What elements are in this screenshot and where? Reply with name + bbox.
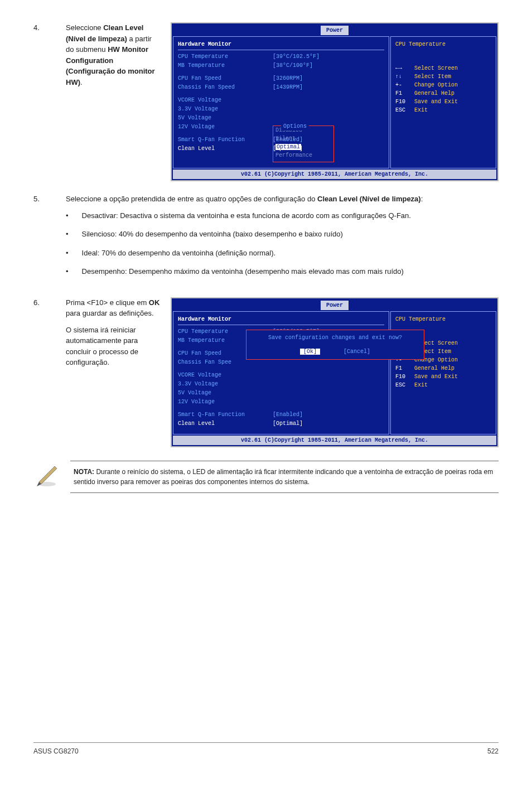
key-hint: F10Save and Exit [395, 373, 491, 381]
step-4: 4. Seleccione Clean Level (Nível de limp… [33, 22, 499, 181]
key-hint: F10Save and Exit [395, 98, 491, 106]
step-6-text: Prima <F10> e clique em OK para guardar … [66, 297, 161, 447]
note-box: NOTA: Durante o reinício do sistema, o L… [70, 461, 499, 493]
bios-line: 5V Voltage [178, 389, 384, 397]
step-5-body: Seleccione a opção pretendida de entre a… [66, 194, 499, 285]
options-legend: Options [281, 122, 309, 131]
bios-left-panel: Hardware Monitor CPU Temperature[39°C/10… [173, 311, 389, 434]
bios-footer: v02.61 (C)Copyright 1985-2011, American … [173, 436, 496, 445]
text: : [421, 195, 423, 203]
bios-line: MB Temperature[38°C/100°F] [178, 61, 384, 70]
bios-save-dialog: Save configuration changes and exit now?… [246, 330, 424, 360]
bios-line: VCORE Voltage [178, 371, 384, 379]
bios-screenshot-2: Power Hardware Monitor CPU Temperature[3… [171, 297, 499, 447]
bios-left-panel: Hardware Monitor CPU Temperature[39°C/10… [173, 36, 389, 168]
key-hint: +-Change Option [395, 81, 491, 89]
key-hint: F1General Help [395, 364, 491, 373]
step-number: 6. [33, 297, 56, 447]
step-number: 5. [33, 194, 56, 285]
key-hint: ESCExit [395, 381, 491, 389]
bios-line: Clean Level[Optimal] [178, 419, 384, 428]
text: Seleccione [66, 23, 103, 32]
bios-line: Smart Q-Fan Function[Enabled] [178, 410, 384, 419]
text: Prima <F10> e clique em [66, 298, 149, 307]
bold-text: Clean Level (Nível de limpeza) [317, 195, 421, 203]
pencil-note-icon [33, 461, 60, 487]
step-5: 5. Seleccione a opção pretendida de entr… [33, 194, 499, 285]
bios-line: Chassis Fan Speed[1439RPM] [178, 83, 384, 91]
bios-right-title: CPU Temperature [395, 315, 491, 323]
bios-tab-row: Power [172, 298, 497, 310]
bios-line: CPU Fan Speed[3260RPM] [178, 74, 384, 83]
text: para guardar as definições. [66, 309, 154, 317]
key-hint: Select Item [395, 73, 491, 81]
bullet-item: Desactivar: Desactiva o sistema da vento… [66, 210, 499, 221]
footer-left: ASUS CG8270 [33, 746, 79, 756]
bios-line: 12V Voltage [178, 398, 384, 406]
bold-text: OK [149, 298, 160, 307]
bios-key-hints: Select ScreenSelect Item+-Change OptionF… [395, 64, 491, 114]
note-label: NOTA: [74, 468, 94, 476]
bios-line: 3.3V Voltage [178, 105, 384, 113]
option-item: Silent [275, 134, 331, 143]
dialog-ok-button: [Ok] [300, 349, 320, 355]
bios-line: VCORE Voltage [178, 96, 384, 104]
bullet-item: Desempenho: Desempenho máximo da ventoin… [66, 266, 499, 277]
bios-heading: Hardware Monitor [178, 40, 384, 50]
page-footer: ASUS CG8270 522 [33, 742, 499, 756]
option-item: Performance [275, 151, 331, 160]
bios-footer: v02.61 (C)Copyright 1985-2011, American … [173, 170, 496, 179]
step-4-text: Seleccione Clean Level (Nível de limpeza… [66, 22, 161, 181]
text: O sistema irá reiniciar automaticamente … [66, 325, 161, 368]
bios-tab-row: Power [172, 23, 497, 35]
text: . [80, 78, 83, 86]
bios-right-panel: CPU Temperature Select ScreenSelect Item… [390, 36, 496, 168]
step-6: 6. Prima <F10> e clique em OK para guard… [33, 297, 499, 447]
bios-heading: Hardware Monitor [178, 315, 384, 325]
bios-tab-power: Power [321, 301, 349, 310]
bios-line: 5V Voltage [178, 114, 384, 122]
note-callout: NOTA: Durante o reinício do sistema, o L… [33, 461, 499, 493]
key-hint: ESCExit [395, 106, 491, 114]
key-hint: F1General Help [395, 89, 491, 98]
bios-right-title: CPU Temperature [395, 40, 491, 49]
bullet-item: Ideal: 70% do desempenho da ventoinha (d… [66, 248, 499, 259]
option-item: Optimal [275, 143, 331, 151]
text: Seleccione a opção pretendida de entre a… [66, 195, 317, 203]
bios-line: CPU Temperature[39°C/102.5°F] [178, 52, 384, 61]
bullet-item: Silencioso: 40% do desempenho da ventoin… [66, 229, 499, 240]
bios-screenshot-1: Power Hardware Monitor CPU Temperature[3… [171, 22, 499, 181]
svg-marker-1 [39, 466, 57, 484]
footer-page-number: 522 [487, 746, 499, 756]
bios-options-popup: Options DisabledSilentOptimalPerformance [273, 125, 334, 162]
note-text: Durante o reinício do sistema, o LED de … [74, 468, 493, 486]
bios-line: 3.3V Voltage [178, 380, 384, 388]
dialog-cancel-button: [Cancel] [344, 349, 370, 355]
bios-tab-power: Power [321, 26, 349, 35]
dialog-message: Save configuration changes and exit now? [252, 334, 418, 342]
step-5-bullets: Desactivar: Desactiva o sistema da vento… [66, 210, 499, 277]
step-number: 4. [33, 22, 56, 181]
key-hint: Select Screen [395, 64, 491, 73]
